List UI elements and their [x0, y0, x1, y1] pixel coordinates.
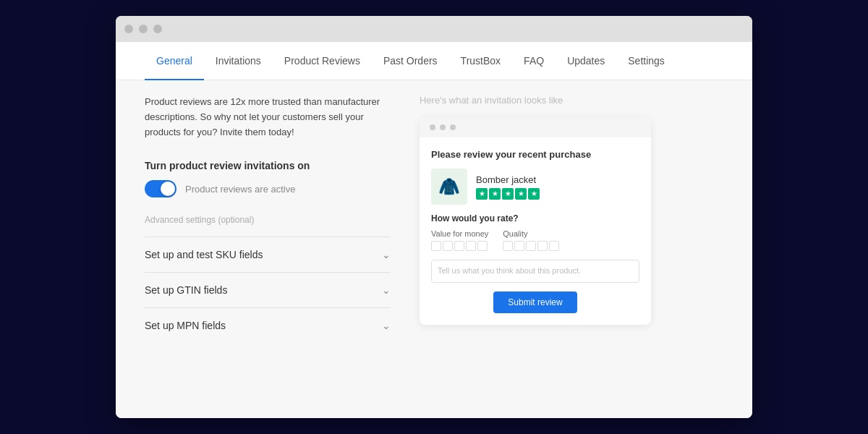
toggle-section: Turn product review invitations on Produ… — [145, 160, 391, 197]
preview-dot-3 — [450, 124, 456, 130]
product-reviews-toggle[interactable] — [145, 180, 176, 197]
browser-window: General Invitations Product Reviews Past… — [116, 16, 752, 418]
nav-item-invitations[interactable]: Invitations — [204, 42, 273, 80]
toggle-row: Product reviews are active — [145, 180, 391, 197]
nav-item-updates[interactable]: Updates — [556, 42, 616, 80]
submit-review-button[interactable]: Submit review — [493, 292, 576, 313]
nav-item-settings[interactable]: Settings — [616, 42, 676, 80]
product-row: 🧥 Bomber jacket ★ ★ ★ ★ ★ — [431, 169, 639, 205]
empty-star-5[interactable] — [477, 241, 488, 251]
accordion-mpn-label: Set up MPN fields — [145, 320, 226, 331]
preview-dot-1 — [430, 124, 435, 130]
value-for-money-stars[interactable] — [431, 241, 488, 251]
empty-star-4[interactable] — [466, 241, 476, 251]
review-textarea-preview[interactable]: Tell us what you think about this produc… — [431, 260, 639, 283]
nav-item-product-reviews[interactable]: Product Reviews — [273, 42, 372, 80]
browser-titlebar — [116, 16, 752, 42]
empty-star-q5[interactable] — [549, 241, 559, 251]
accordion-mpn[interactable]: Set up MPN fields ⌄ — [145, 307, 391, 343]
quality-stars[interactable] — [503, 241, 559, 251]
value-for-money-category: Value for money — [431, 229, 488, 251]
product-name: Bomber jacket — [476, 174, 540, 185]
empty-star-q2[interactable] — [514, 241, 524, 251]
toggle-status-text: Product reviews are active — [185, 184, 295, 195]
nav-item-general[interactable]: General — [145, 42, 204, 80]
nav-item-past-orders[interactable]: Past Orders — [372, 42, 449, 80]
rating-section: How would you rate? Value for money — [431, 213, 639, 251]
product-image: 🧥 — [431, 169, 467, 205]
browser-dot-yellow — [139, 25, 148, 33]
product-details: Bomber jacket ★ ★ ★ ★ ★ — [476, 174, 540, 200]
browser-content: General Invitations Product Reviews Past… — [116, 42, 752, 418]
rating-categories: Value for money — [431, 229, 639, 251]
chevron-down-icon: ⌄ — [382, 320, 391, 331]
star-4: ★ — [515, 188, 527, 200]
empty-star-q4[interactable] — [537, 241, 548, 251]
accordion-sku-label: Set up and test SKU fields — [145, 249, 263, 260]
star-5: ★ — [528, 188, 540, 200]
preview-label: Here's what an invitation looks like — [420, 95, 651, 106]
rating-title: How would you rate? — [431, 213, 639, 224]
nav-item-trustbox[interactable]: TrustBox — [449, 42, 513, 80]
star-2: ★ — [489, 188, 501, 200]
empty-star-q1[interactable] — [503, 241, 513, 251]
value-for-money-label: Value for money — [431, 229, 488, 238]
star-1: ★ — [476, 188, 488, 200]
empty-star-2[interactable] — [443, 241, 453, 251]
browser-dot-red — [124, 25, 133, 33]
chevron-down-icon: ⌄ — [382, 249, 391, 260]
right-panel: Here's what an invitation looks like Ple… — [420, 95, 651, 343]
email-preview: Please review your recent purchase 🧥 Bom… — [420, 117, 651, 325]
nav-item-faq[interactable]: FAQ — [512, 42, 556, 80]
accordion-sku[interactable]: Set up and test SKU fields ⌄ — [145, 237, 391, 272]
accordion-gtin[interactable]: Set up GTIN fields ⌄ — [145, 272, 391, 307]
main-content: Product reviews are 12x more trusted tha… — [116, 80, 752, 357]
email-preview-header — [420, 117, 651, 137]
product-emoji: 🧥 — [438, 176, 460, 197]
empty-star-1[interactable] — [431, 241, 441, 251]
empty-star-q3[interactable] — [526, 241, 536, 251]
preview-dot-2 — [440, 124, 446, 130]
email-title: Please review your recent purchase — [431, 149, 639, 160]
star-rating: ★ ★ ★ ★ ★ — [476, 188, 540, 200]
star-3: ★ — [502, 188, 514, 200]
navigation-bar: General Invitations Product Reviews Past… — [116, 42, 752, 80]
chevron-down-icon: ⌄ — [382, 284, 391, 296]
left-panel: Product reviews are 12x more trusted tha… — [145, 95, 391, 343]
browser-dot-green — [153, 25, 162, 33]
description-text: Product reviews are 12x more trusted tha… — [145, 95, 391, 140]
quality-category: Quality — [503, 229, 559, 251]
toggle-title: Turn product review invitations on — [145, 160, 391, 171]
empty-star-3[interactable] — [454, 241, 464, 251]
advanced-settings-label: Advanced settings (optional) — [145, 215, 391, 225]
email-preview-body: Please review your recent purchase 🧥 Bom… — [420, 137, 651, 325]
quality-label: Quality — [503, 229, 559, 238]
accordion-gtin-label: Set up GTIN fields — [145, 284, 227, 296]
